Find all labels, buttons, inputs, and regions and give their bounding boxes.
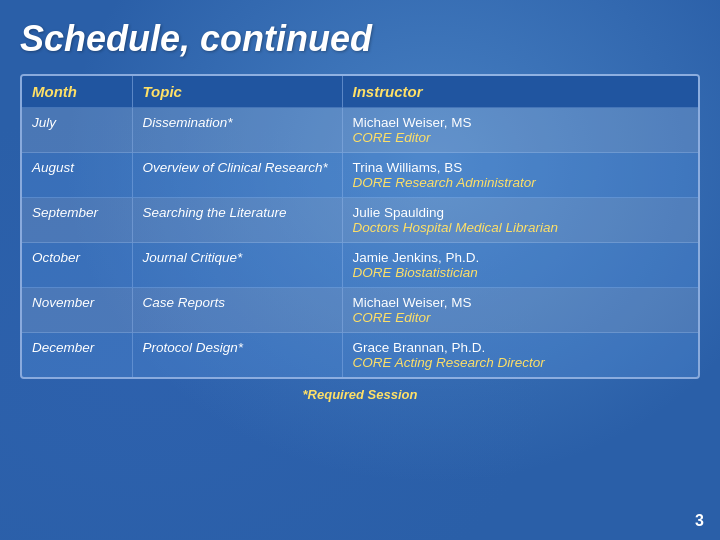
table-row: NovemberCase ReportsMichael Weiser, MSCO…	[22, 288, 698, 333]
cell-instructor: Trina Williams, BSDORE Research Administ…	[342, 153, 698, 198]
cell-topic: Journal Critique*	[132, 243, 342, 288]
instructor-title: CORE Editor	[353, 130, 689, 145]
cell-month: August	[22, 153, 132, 198]
cell-topic: Case Reports	[132, 288, 342, 333]
header-topic: Topic	[132, 76, 342, 108]
cell-topic: Dissemination*	[132, 108, 342, 153]
page: Schedule, continued Month Topic Instruct…	[0, 0, 720, 540]
instructor-name: Grace Brannan, Ph.D.	[353, 340, 486, 355]
cell-instructor: Grace Brannan, Ph.D.CORE Acting Research…	[342, 333, 698, 378]
schedule-table: Month Topic Instructor JulyDissemination…	[22, 76, 698, 377]
instructor-name: Jamie Jenkins, Ph.D.	[353, 250, 480, 265]
instructor-name: Michael Weiser, MS	[353, 115, 472, 130]
cell-topic: Overview of Clinical Research*	[132, 153, 342, 198]
cell-topic: Searching the Literature	[132, 198, 342, 243]
page-number: 3	[695, 512, 704, 530]
instructor-title: CORE Editor	[353, 310, 689, 325]
page-title: Schedule, continued	[20, 18, 700, 60]
cell-month: July	[22, 108, 132, 153]
instructor-title: DORE Biostatistician	[353, 265, 689, 280]
cell-month: November	[22, 288, 132, 333]
instructor-title: CORE Acting Research Director	[353, 355, 689, 370]
cell-month: December	[22, 333, 132, 378]
cell-instructor: Michael Weiser, MSCORE Editor	[342, 108, 698, 153]
schedule-table-container: Month Topic Instructor JulyDissemination…	[20, 74, 700, 379]
table-row: JulyDissemination*Michael Weiser, MSCORE…	[22, 108, 698, 153]
header-month: Month	[22, 76, 132, 108]
instructor-title: DORE Research Administrator	[353, 175, 689, 190]
instructor-title: Doctors Hospital Medical Librarian	[353, 220, 689, 235]
table-row: DecemberProtocol Design*Grace Brannan, P…	[22, 333, 698, 378]
footnote: *Required Session	[20, 387, 700, 402]
cell-month: September	[22, 198, 132, 243]
table-row: AugustOverview of Clinical Research*Trin…	[22, 153, 698, 198]
table-row: OctoberJournal Critique*Jamie Jenkins, P…	[22, 243, 698, 288]
instructor-name: Trina Williams, BS	[353, 160, 463, 175]
cell-month: October	[22, 243, 132, 288]
cell-instructor: Jamie Jenkins, Ph.D.DORE Biostatistician	[342, 243, 698, 288]
instructor-name: Michael Weiser, MS	[353, 295, 472, 310]
cell-instructor: Michael Weiser, MSCORE Editor	[342, 288, 698, 333]
table-row: SeptemberSearching the LiteratureJulie S…	[22, 198, 698, 243]
cell-instructor: Julie SpauldingDoctors Hospital Medical …	[342, 198, 698, 243]
table-header-row: Month Topic Instructor	[22, 76, 698, 108]
header-instructor: Instructor	[342, 76, 698, 108]
instructor-name: Julie Spaulding	[353, 205, 445, 220]
cell-topic: Protocol Design*	[132, 333, 342, 378]
